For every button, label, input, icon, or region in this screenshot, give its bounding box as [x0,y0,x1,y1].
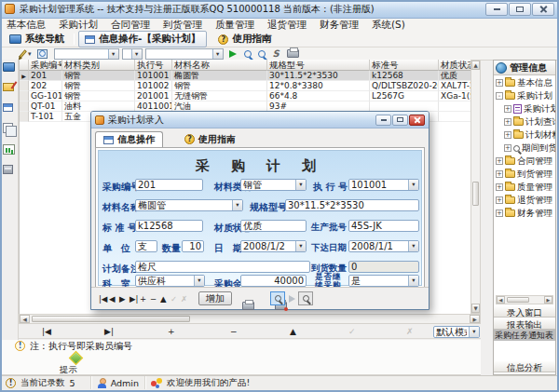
tree-item-采购计划[interactable]: +采购计划 [494,102,555,115]
dialog-nav-button[interactable]: |◀ [99,294,107,304]
scroll-right-icon[interactable]: ▶ [470,315,480,323]
filter-field-combo[interactable]: ▾ [54,48,119,60]
edit-dropdown-caret[interactable]: ▾ [28,50,32,58]
table-cell[interactable]: 202 [29,81,62,91]
tree-expand-icon[interactable]: - [496,92,503,100]
tree-item-退货管理[interactable]: +退货管理 [494,194,555,207]
table-cell[interactable]: GG-101 [29,91,62,101]
filter-value-combo[interactable]: ▾ [145,48,224,60]
column-header[interactable]: 采购编号 [29,60,62,71]
table-cell[interactable]: 30*11.5*2*3530 [267,71,370,81]
menu-item[interactable]: 系统(S) [365,19,412,32]
filter-operator-combo[interactable]: ▾ [122,48,143,60]
nav-button[interactable]: ▶| [104,327,114,336]
dialog-nav-button[interactable]: ▶ [119,294,126,304]
report-item-selected[interactable]: 采购任务通知表 [494,330,555,341]
continue-purchase-select[interactable]: 是▾ [348,275,419,287]
print-icon[interactable] [287,49,299,58]
quantity-input[interactable]: 10 [182,240,204,252]
tree-expand-icon[interactable]: + [496,79,503,87]
menu-item[interactable]: 基本信息 [0,19,52,32]
table-cell[interactable]: 12*0.8*3380 [267,81,370,91]
scroll-left-icon[interactable]: ◀ [497,296,505,304]
remark-input[interactable]: 检尺 [135,261,310,273]
table-row[interactable]: GG-101钢管201001无缝钢管66*4.8L2567GXGa-1(S) [20,91,470,101]
table-cell[interactable]: L2567G [370,91,439,101]
menu-item[interactable]: 合同管理 [104,19,157,32]
column-header[interactable]: 材料名称 [172,60,267,71]
scroll-up-icon[interactable]: ▲ [471,61,480,70]
tree-expand-icon[interactable]: + [496,210,503,217]
entry-window-header[interactable]: 录入窗口 [494,305,555,318]
tree-expand-icon[interactable]: + [496,170,503,178]
department-select[interactable]: 供应科▾ [135,275,205,287]
edit-pencil-icon[interactable] [19,49,27,59]
table-cell[interactable]: 钢管 [62,91,135,101]
purchase-no-input[interactable]: 201 [135,179,203,191]
tree-expand-icon[interactable]: + [504,144,511,152]
dialog-nav-button[interactable]: − [150,294,157,304]
table-cell[interactable]: Q/DLTSBZ020-2006 [370,81,439,91]
material-name-select[interactable]: 椭圆管▾ [135,199,243,211]
run-icon[interactable] [289,295,295,303]
copy-icon[interactable] [3,123,13,133]
table-cell[interactable]: 钢管 [172,81,267,91]
table-cell[interactable]: XAL7T-2T2 [439,81,471,91]
browse-icon[interactable] [298,291,313,305]
minimize-button[interactable] [485,3,508,16]
dropdown-arrow-icon[interactable]: ▾ [212,49,223,59]
dropdown-arrow-icon[interactable]: ▾ [408,276,418,286]
tree-item-期间到货[interactable]: +期间到货 [494,142,555,155]
table-cell[interactable]: 椭圆管 [172,71,267,81]
delete-icon[interactable] [3,165,13,174]
scrollbar-thumb[interactable] [32,316,190,322]
report-output-header[interactable]: 报表输出 [494,318,555,330]
tree-item-计划查询[interactable]: +计划查询 [494,115,555,128]
grid-view-icon[interactable] [3,103,13,112]
batch-no-input[interactable]: 45S-JK [348,220,419,232]
nav-button[interactable]: ✓ [348,327,356,336]
sum-icon[interactable]: S [273,48,280,59]
tree-expand-icon[interactable]: + [504,131,511,139]
table-cell[interactable]: 钢管 [62,71,135,81]
print-icon[interactable] [242,302,254,310]
dropdown-arrow-icon[interactable]: ▾ [408,180,418,190]
grid-horizontal-scrollbar[interactable]: ◀ ▶ [19,314,481,324]
table-cell[interactable] [439,101,471,112]
dropdown-arrow-icon[interactable]: ▾ [469,327,479,337]
tree-item-采购计划[interactable]: -采购计划 [494,89,555,102]
dropdown-arrow-icon[interactable]: ▾ [232,200,242,210]
scroll-right-icon[interactable]: ▶ [544,296,552,304]
menu-item[interactable]: 采购计划 [52,19,104,32]
quality-input[interactable]: 优质 [240,220,307,232]
menu-item[interactable]: 到货管理 [157,19,209,32]
tree-item-质量管理[interactable]: +质量管理 [494,181,555,194]
table-cell[interactable]: 66*4.8 [267,91,370,101]
system-nav-button[interactable]: 系统导航 [4,32,70,47]
dialog-nav-button[interactable]: ▶| [130,294,138,304]
date-picker[interactable]: 2008/1/2▾ [240,240,307,252]
table-cell[interactable]: 201001 [135,91,172,101]
dialog-close-button[interactable] [409,115,425,126]
dialog-nav-button[interactable]: ✓ [170,294,177,304]
unit-input[interactable]: 支 [135,240,157,252]
scroll-left-icon[interactable]: ◀ [20,315,30,323]
tree-expand-icon[interactable]: + [496,196,503,204]
tab-usage-guide[interactable]: ? 使用指南 [177,131,243,147]
grid-vertical-scrollbar[interactable]: ▲ ▼ [470,60,481,314]
tree-expand-icon[interactable]: + [504,118,511,126]
scrollbar-thumb[interactable] [472,182,479,206]
table-cell[interactable]: k12568 [370,71,439,81]
dropdown-arrow-icon[interactable]: ▾ [408,241,418,251]
table-cell[interactable]: T-101 [29,112,62,122]
add-button[interactable]: 增加 [198,291,232,305]
nav-button[interactable]: + [168,327,175,336]
tab-info-operation[interactable]: 信息操作 [95,131,163,147]
table-cell[interactable]: QT-01 [29,101,62,112]
search-window-icon[interactable] [37,49,48,59]
info-operation-button[interactable]: 信息操作-【采购计划】 [78,31,207,47]
column-header[interactable]: 规格型号 [267,60,370,71]
mode-select[interactable]: 默认模式▾ [433,326,480,338]
zoom-search-icon[interactable] [270,291,285,305]
tree-expand-icon[interactable]: + [504,105,511,113]
